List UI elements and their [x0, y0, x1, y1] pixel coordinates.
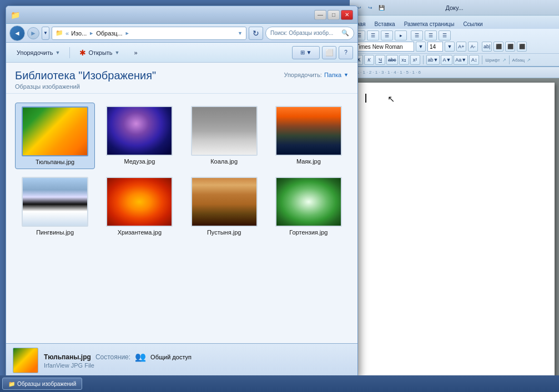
search-icon: 🔍: [341, 29, 349, 37]
align-left-btn[interactable]: ⬛: [493, 42, 503, 52]
view-dropdown-btn[interactable]: ⊞ ▼: [292, 46, 320, 59]
status-bar: Тюльпаны.jpg Состояние: 👥 Общий доступ I…: [6, 343, 357, 376]
file-name-chrysanthemum: Хризантема.jpg: [118, 229, 162, 236]
dropdown-nav-btn[interactable]: ▼: [42, 27, 49, 40]
expand-ribbon-btn[interactable]: ▸: [395, 30, 407, 40]
file-item-desert[interactable]: Пустыня.jpg: [184, 174, 264, 239]
taskbar-explorer-btn[interactable]: 📁 Образцы изображений: [2, 378, 82, 390]
toolbar-right: ⊞ ▼ ⬜ ?: [292, 46, 353, 59]
strikethrough-btn[interactable]: abc: [386, 55, 398, 65]
pane-toggle-btn[interactable]: ⬜: [322, 46, 336, 59]
save-btn[interactable]: 💾: [376, 3, 386, 12]
text-cursor: [365, 94, 366, 103]
char-shading-btn[interactable]: Aa▼: [454, 55, 468, 65]
superscript-btn[interactable]: x²: [410, 55, 420, 65]
text-highlight-btn[interactable]: ab▼: [426, 55, 440, 65]
file-name-tulips: Тюльпаны.jpg: [36, 159, 74, 165]
open-label: Открыть: [88, 49, 112, 56]
extra-btn1[interactable]: ☰: [411, 30, 423, 40]
file-item-jellyfish[interactable]: Медуза.jpg: [99, 103, 179, 169]
file-thumb-koala: [191, 106, 258, 156]
toolbar-separator-1: [69, 47, 70, 58]
file-item-tulips[interactable]: Тюльпаны.jpg: [15, 103, 95, 169]
align-list3-btn[interactable]: ☰: [381, 30, 393, 40]
file-thumb-lighthouse: [275, 106, 342, 156]
more-button[interactable]: »: [128, 45, 144, 60]
explorer-toolbar: Упорядочить ▼ ✱ Открыть ▼ » ⊞ ▼ ⬜ ?: [6, 43, 357, 63]
file-item-hydrangea[interactable]: Гортензия.jpg: [269, 174, 349, 239]
close-button[interactable]: ✕: [341, 10, 353, 20]
font-name-input[interactable]: [353, 42, 414, 52]
font-dropdown[interactable]: ▼: [416, 42, 426, 52]
extra-btn3[interactable]: ☰: [439, 30, 451, 40]
ruler: · 1 · 1 · 2 · 1 · 3 · 1 · 4 · 1 · 5 · 1 …: [350, 67, 559, 78]
more-label: »: [134, 49, 138, 56]
align-list2-btn[interactable]: ☰: [367, 30, 379, 40]
font-expand-icon: ↗: [502, 58, 506, 63]
size-dropdown[interactable]: ▼: [445, 42, 455, 52]
tab-insert[interactable]: Вставка: [370, 19, 400, 29]
organize-dropdown-icon: ▼: [55, 50, 60, 55]
file-name-hydrangea: Гортензия.jpg: [289, 229, 328, 236]
address-path[interactable]: 📁 « Изо... ► Образц... ► ▼: [52, 27, 246, 40]
forward-button[interactable]: ►: [27, 27, 39, 39]
organize-label: Упорядочить: [17, 49, 53, 56]
status-share-icon: 👥: [135, 352, 146, 362]
status-filename: Тюльпаны.jpg: [44, 353, 91, 361]
file-name-jellyfish: Медуза.jpg: [124, 158, 155, 165]
font-size-input[interactable]: [427, 42, 443, 52]
para-section-label: Абзац: [512, 58, 525, 63]
align-center-btn[interactable]: ⬛: [505, 42, 515, 52]
path-dropdown-icon[interactable]: ▼: [238, 30, 243, 36]
status-state-label: Состояние:: [95, 353, 130, 361]
status-state-text: Общий доступ: [150, 354, 192, 360]
explorer-window: 📁 — □ ✕ ◄ ► ▼ 📁 « Изо... ► Образц... ► ▼…: [6, 6, 358, 377]
word-doc-title: Доку...: [387, 4, 521, 11]
title-buttons: — □ ✕: [314, 10, 353, 20]
help-btn[interactable]: ?: [339, 46, 353, 59]
path-part2: Образц...: [96, 30, 122, 37]
tab-layout[interactable]: Разметка страницы: [400, 19, 459, 29]
doc-area: ↖: [350, 78, 559, 383]
file-name-penguins: Пингвины.jpg: [36, 229, 74, 236]
underline-btn[interactable]: Ч: [375, 55, 385, 65]
subscript-btn[interactable]: x₂: [399, 55, 409, 65]
doc-page: ↖: [354, 83, 555, 379]
open-button[interactable]: ✱ Открыть ▼: [73, 45, 125, 60]
back-button[interactable]: ◄: [9, 26, 25, 41]
file-item-lighthouse[interactable]: Маяк.jpg: [269, 103, 349, 169]
search-box[interactable]: Поиск: Образцы изобр... 🔍: [265, 27, 354, 40]
file-thumb-hydrangea: [275, 177, 342, 227]
path-arrow1: ►: [89, 30, 94, 36]
italic-btn[interactable]: К: [364, 55, 374, 65]
taskbar: 📁 Образцы изображений: [0, 375, 559, 392]
organize-button[interactable]: Упорядочить ▼: [11, 45, 66, 60]
file-thumb-chrysanthemum: [106, 177, 173, 227]
status-filetype: IrfanView JPG File: [44, 362, 351, 369]
taskbar-explorer-label: Образцы изображений: [17, 381, 76, 387]
arrange-by-link[interactable]: Папка: [324, 72, 341, 78]
font-expand-btn[interactable]: A↕: [469, 55, 479, 65]
clear-fmt-btn[interactable]: ab|: [482, 42, 492, 52]
para-expand-icon: ↗: [527, 58, 531, 63]
arrange-dropdown-icon[interactable]: ▼: [344, 72, 349, 78]
extra-btn2[interactable]: ☰: [425, 30, 437, 40]
maximize-button[interactable]: □: [328, 10, 340, 20]
explorer-title-bar: 📁 — □ ✕: [6, 6, 357, 24]
file-thumb-penguins: [22, 177, 88, 227]
minimize-button[interactable]: —: [314, 10, 326, 20]
file-item-penguins[interactable]: Пингвины.jpg: [15, 174, 95, 239]
shrink-font-btn[interactable]: A-: [468, 42, 478, 52]
refresh-button[interactable]: ↻: [249, 27, 263, 40]
open-icon: ✱: [79, 48, 86, 57]
path-arrow2: ►: [125, 30, 130, 36]
file-item-chrysanthemum[interactable]: Хризантема.jpg: [99, 174, 179, 239]
status-thumb: [13, 348, 38, 373]
file-item-koala[interactable]: Коала.jpg: [184, 103, 264, 169]
font-color-btn[interactable]: A▼: [441, 55, 452, 65]
redo-btn[interactable]: ↪: [365, 3, 375, 12]
tab-references[interactable]: Ссылки: [459, 19, 487, 29]
align-right-btn[interactable]: ⬛: [517, 42, 527, 52]
grow-font-btn[interactable]: A+: [456, 42, 466, 52]
library-header: Библиотека "Изображения" Образцы изображ…: [6, 63, 357, 94]
